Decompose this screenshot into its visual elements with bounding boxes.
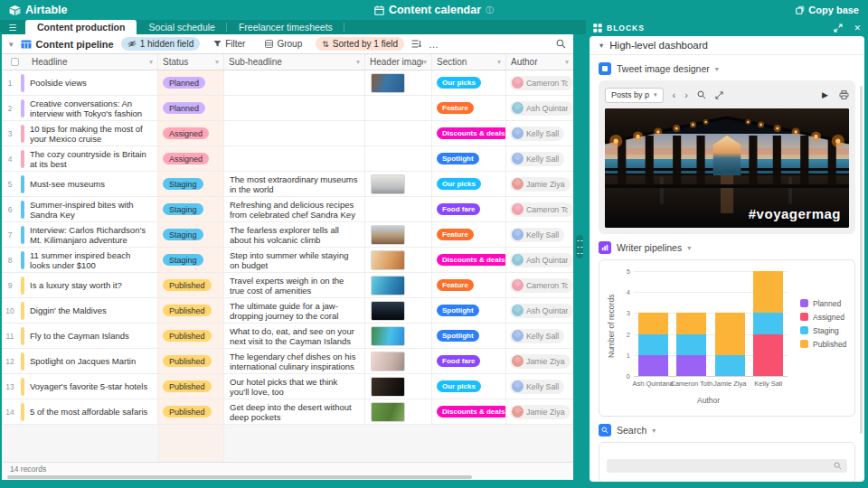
horizontal-scrollbar[interactable]	[2, 474, 573, 480]
panel-resize-handle[interactable]	[576, 235, 583, 258]
tweet-block-header[interactable]: Tweet image designer ▾	[590, 55, 864, 79]
cell-headline[interactable]: Is a luxury stay worth it?	[27, 273, 158, 297]
more-options-button[interactable]: …	[429, 39, 439, 50]
table-row[interactable]: 12Spotlight on Jacques MartinPublishedTh…	[2, 349, 573, 374]
cell-author[interactable]: Ash Quintana	[506, 298, 573, 323]
cell-section[interactable]: Discounts & deals	[432, 248, 506, 272]
cell-section[interactable]: Spotlight	[432, 298, 506, 323]
cell-author[interactable]: Cameron Toth	[506, 70, 573, 95]
table-row[interactable]: 2Creative conversations: An interview wi…	[2, 96, 573, 121]
cell-author[interactable]: Jamie Ziya	[506, 349, 573, 373]
cell-author[interactable]: Kelly Sall	[506, 146, 573, 171]
search-icon[interactable]	[697, 90, 706, 99]
cell-status[interactable]: Staging	[158, 222, 224, 247]
copy-base-button[interactable]: Copy base	[796, 0, 859, 20]
column-header-author[interactable]: Author▾	[506, 54, 573, 70]
cell-subheadline[interactable]: Refreshing and delicious recipes from ce…	[224, 197, 365, 221]
cell-headline[interactable]: Voyager's favorite 5-star hotels	[27, 374, 158, 399]
view-sidebar-toggle[interactable]: ▾	[9, 40, 14, 49]
cell-header-image[interactable]	[365, 374, 432, 399]
cell-header-image[interactable]	[365, 399, 432, 424]
chevron-down-icon[interactable]: ▾	[599, 41, 603, 50]
cell-section[interactable]: Our picks	[432, 374, 506, 399]
cell-header-image[interactable]	[365, 146, 432, 171]
cell-header-image[interactable]	[365, 248, 432, 272]
tab-content-production[interactable]: Content production	[25, 20, 137, 34]
chevron-down-icon[interactable]: ▾	[423, 58, 427, 66]
search-block-header[interactable]: Search ▾	[590, 417, 864, 440]
cell-status[interactable]: Planned	[158, 70, 224, 95]
cell-header-image[interactable]	[365, 324, 432, 348]
filter-button[interactable]: Filter	[207, 37, 251, 51]
cell-headline[interactable]: Interview: Carlos Richardson's Mt. Kilim…	[27, 222, 158, 247]
cell-section[interactable]: Food fare	[432, 197, 506, 221]
chevron-down-icon[interactable]: ▾	[149, 58, 153, 66]
expand-icon[interactable]	[715, 91, 723, 99]
sort-button[interactable]: ⇅ Sorted by 1 field	[316, 37, 404, 51]
cell-subheadline[interactable]	[224, 146, 365, 171]
search-input[interactable]	[607, 459, 847, 473]
cell-headline[interactable]: Must-see museums	[27, 172, 158, 196]
tab-social-schedule[interactable]: Social schedule	[137, 20, 227, 34]
cell-header-image[interactable]	[365, 273, 432, 297]
cell-header-image[interactable]	[365, 70, 432, 95]
cell-section[interactable]: Feature	[432, 222, 506, 247]
cell-headline[interactable]: Diggin' the Maldives	[27, 298, 158, 323]
cell-author[interactable]: Jamie Ziya	[506, 172, 573, 196]
cell-status[interactable]: Staging	[158, 197, 224, 221]
cell-status[interactable]: Published	[158, 349, 224, 373]
cell-status[interactable]: Assigned	[158, 121, 224, 145]
cell-header-image[interactable]	[365, 222, 432, 247]
prev-record-icon[interactable]: ‹	[673, 90, 676, 99]
cell-author[interactable]: Ash Quintana	[506, 248, 573, 272]
cell-subheadline[interactable]	[224, 121, 365, 145]
next-record-icon[interactable]: ›	[684, 90, 688, 99]
chart-block-header[interactable]: Writer pipelines ▾	[590, 234, 864, 258]
cell-headline[interactable]: Creative conversations: An interview wit…	[27, 96, 158, 120]
chevron-down-icon[interactable]: ▾	[687, 244, 691, 252]
cell-author[interactable]: Kelly Sall	[506, 222, 573, 247]
table-row[interactable]: 7Interview: Carlos Richardson's Mt. Kili…	[2, 222, 573, 248]
cell-header-image[interactable]	[365, 349, 432, 373]
cell-status[interactable]: Planned	[158, 96, 224, 120]
record-select[interactable]: Posts by p ▾	[605, 88, 664, 103]
chevron-down-icon[interactable]: ▾	[715, 65, 719, 73]
table-row[interactable]: 5Must-see museumsStagingThe most extraor…	[2, 172, 573, 197]
cell-status[interactable]: Published	[158, 399, 224, 424]
cell-subheadline[interactable]: Our hotel picks that we think you'll lov…	[224, 374, 365, 399]
cell-subheadline[interactable]: The ultimate guide for a jaw-dropping jo…	[224, 298, 365, 323]
table-row[interactable]: 310 tips for making the most of your Mex…	[2, 121, 573, 146]
table-row[interactable]: 13Voyager's favorite 5-star hotelsPublis…	[2, 374, 573, 399]
search-icon[interactable]	[556, 39, 566, 49]
cell-headline[interactable]: The cozy countryside is Britain at its b…	[27, 146, 158, 171]
cell-headline[interactable]: 10 tips for making the most of your Mexi…	[27, 121, 158, 145]
chevron-down-icon[interactable]: ▾	[652, 427, 656, 435]
chevron-down-icon[interactable]: ▾	[356, 58, 360, 66]
cell-subheadline[interactable]: The legendary chef dishes on his interna…	[224, 349, 365, 373]
cell-status[interactable]: Staging	[158, 248, 224, 272]
cell-author[interactable]: Kelly Sall	[506, 374, 573, 399]
cell-subheadline[interactable]: Get deep into the desert without deep po…	[224, 399, 365, 424]
cell-subheadline[interactable]: What to do, eat, and see on your next vi…	[224, 324, 365, 348]
cell-headline[interactable]: 5 of the most affordable safaris	[27, 399, 158, 424]
close-panel-icon[interactable]: ✕	[854, 23, 861, 33]
column-header-section[interactable]: Section▾	[432, 54, 506, 70]
cell-status[interactable]: Published	[158, 298, 224, 323]
cell-subheadline[interactable]: Travel experts weigh in on the true cost…	[224, 273, 365, 297]
cell-subheadline[interactable]	[224, 96, 365, 120]
column-header-headline[interactable]: Headline▾	[27, 54, 158, 70]
cell-subheadline[interactable]: The fearless explorer tells all about hi…	[224, 222, 365, 247]
cell-section[interactable]: Our picks	[432, 70, 506, 95]
cell-author[interactable]: Kelly Sall	[506, 121, 573, 145]
cell-section[interactable]: Spotlight	[432, 146, 506, 171]
cell-headline[interactable]: Spotlight on Jacques Martin	[27, 349, 158, 373]
cell-status[interactable]: Published	[158, 324, 224, 348]
cell-section[interactable]: Our picks	[432, 172, 506, 196]
cell-header-image[interactable]	[365, 298, 432, 323]
dashboard-header[interactable]: ▾ High-level dashboard	[590, 36, 864, 55]
cell-author[interactable]: Ash Quintana	[506, 96, 573, 120]
group-button[interactable]: Group	[259, 37, 308, 51]
cell-section[interactable]: Spotlight	[432, 324, 506, 348]
cell-header-image[interactable]	[365, 96, 432, 120]
cell-author[interactable]: Cameron Toth	[506, 273, 573, 297]
